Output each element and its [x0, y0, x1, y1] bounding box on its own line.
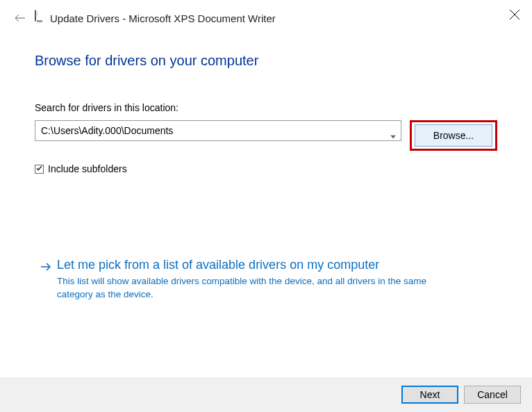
- checkmark-icon: [36, 165, 42, 172]
- option-title: Let me pick from a list of available dri…: [57, 258, 446, 272]
- header: Update Drivers - Microsoft XPS Document …: [0, 0, 532, 28]
- include-subfolders-label: Include subfolders: [48, 163, 127, 174]
- location-input[interactable]: [35, 120, 401, 141]
- arrow-right-icon: [40, 258, 54, 302]
- page-heading: Browse for drivers on your computer: [35, 53, 497, 69]
- browse-button[interactable]: Browse...: [415, 124, 492, 147]
- device-icon: [35, 10, 44, 26]
- browse-highlight: Browse...: [410, 120, 497, 151]
- include-subfolders-checkbox[interactable]: [35, 165, 44, 174]
- cancel-button[interactable]: Cancel: [464, 386, 521, 404]
- location-combobox[interactable]: [35, 120, 401, 151]
- back-button[interactable]: [14, 12, 26, 24]
- window-title: Update Drivers - Microsoft XPS Document …: [50, 13, 276, 24]
- footer: Next Cancel: [0, 377, 532, 412]
- pick-from-list-option[interactable]: Let me pick from a list of available dri…: [35, 258, 497, 302]
- location-label: Search for drivers in this location:: [35, 102, 497, 113]
- option-description: This list will show available drivers co…: [57, 275, 446, 302]
- next-button[interactable]: Next: [401, 386, 458, 404]
- close-button[interactable]: [510, 10, 519, 19]
